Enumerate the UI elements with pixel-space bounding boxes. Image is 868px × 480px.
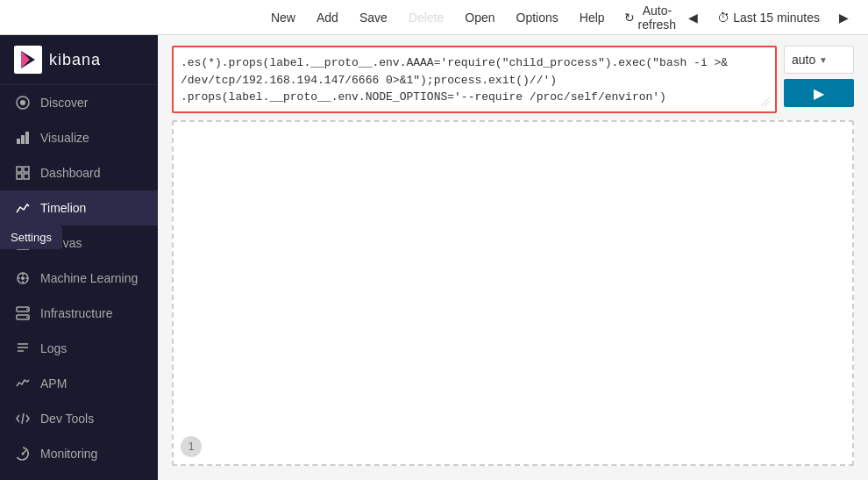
svg-point-27 xyxy=(22,453,25,455)
auto-refresh-button[interactable]: ↻ Auto-refresh xyxy=(617,0,684,35)
sidebar-item-apm[interactable]: APM xyxy=(0,366,158,401)
sidebar-item-management[interactable]: Management xyxy=(0,471,158,480)
svg-rect-7 xyxy=(17,167,22,172)
save-button[interactable]: Save xyxy=(351,5,396,30)
auto-refresh-label: Auto-refresh xyxy=(638,4,677,32)
settings-tooltip: Settings xyxy=(0,226,62,249)
svg-marker-1 xyxy=(21,51,30,68)
sidebar-item-label: Discover xyxy=(40,96,88,110)
discover-icon xyxy=(14,94,32,111)
svg-point-14 xyxy=(21,276,25,280)
chart-area: 1 xyxy=(158,113,868,480)
visualize-icon xyxy=(14,129,32,147)
chevron-down-icon: ▼ xyxy=(819,55,846,65)
time-range-button[interactable]: ⏱ Last 15 minutes xyxy=(710,7,827,28)
sidebar-item-label: Monitoring xyxy=(40,447,97,461)
toolbar: New Add Save Delete Open Options Help ↻ … xyxy=(0,0,868,35)
timelion-controls: auto ▼ ▶ xyxy=(784,46,854,107)
svg-rect-5 xyxy=(21,135,25,144)
svg-point-3 xyxy=(20,100,25,105)
monitoring-icon xyxy=(14,445,32,462)
sidebar-item-machine-learning[interactable]: Machine Learning xyxy=(0,261,158,296)
sidebar-item-dashboard[interactable]: Dashboard xyxy=(0,155,158,190)
svg-point-22 xyxy=(26,317,28,319)
expression-container xyxy=(172,46,777,113)
svg-line-26 xyxy=(22,413,24,424)
svg-point-21 xyxy=(26,309,28,311)
run-button[interactable]: ▶ xyxy=(784,79,854,107)
logs-icon xyxy=(14,340,32,357)
svg-rect-6 xyxy=(25,132,29,144)
sidebar-item-discover[interactable]: Discover xyxy=(0,85,158,120)
svg-rect-10 xyxy=(24,174,29,179)
infrastructure-icon xyxy=(14,304,32,322)
interval-select[interactable]: auto ▼ xyxy=(784,46,854,74)
sidebar-item-label: Machine Learning xyxy=(40,271,138,285)
open-button[interactable]: Open xyxy=(456,5,503,30)
machine-learning-icon xyxy=(14,269,32,287)
expression-input[interactable] xyxy=(174,47,775,109)
dev-tools-icon xyxy=(14,410,32,427)
sidebar-item-label: Visualize xyxy=(40,131,89,145)
sidebar-item-infrastructure[interactable]: Infrastructure xyxy=(0,296,158,331)
timelion-toolbar: auto ▼ ▶ xyxy=(158,35,868,113)
clock-icon: ⏱ xyxy=(717,11,729,25)
refresh-icon: ↻ xyxy=(624,11,635,25)
sidebar-item-canvas[interactable]: Canvas Settings xyxy=(0,226,158,261)
kibana-logo-icon xyxy=(14,46,42,74)
time-range-label: Last 15 minutes xyxy=(733,11,820,25)
main-layout: kibana Discover Visualize xyxy=(0,35,868,480)
content-area: auto ▼ ▶ 1 xyxy=(158,35,868,480)
sidebar: kibana Discover Visualize xyxy=(0,35,158,480)
delete-button[interactable]: Delete xyxy=(400,5,452,30)
sidebar-item-label: Logs xyxy=(40,341,67,355)
play-icon: ▶ xyxy=(814,85,824,102)
interval-value: auto xyxy=(792,53,819,67)
sidebar-item-monitoring[interactable]: Monitoring xyxy=(0,436,158,471)
help-button[interactable]: Help xyxy=(571,5,614,30)
dashboard-icon xyxy=(14,164,32,182)
prev-time-button[interactable]: ◀ xyxy=(683,7,703,28)
sidebar-item-label: Infrastructure xyxy=(40,306,112,320)
sidebar-item-visualize[interactable]: Visualize xyxy=(0,120,158,155)
sidebar-item-label: Dev Tools xyxy=(40,412,94,426)
sidebar-item-label: Dashboard xyxy=(40,166,101,180)
add-button[interactable]: Add xyxy=(308,5,347,30)
options-button[interactable]: Options xyxy=(508,5,567,30)
toolbar-nav: New Add Save Delete Open Options Help ↻ … xyxy=(262,0,683,35)
new-button[interactable]: New xyxy=(262,5,304,30)
svg-rect-8 xyxy=(24,167,29,172)
sidebar-item-label: Timelion xyxy=(40,201,86,215)
sidebar-logo: kibana xyxy=(0,35,158,85)
chart-panel: 1 xyxy=(172,120,854,466)
logo-text: kibana xyxy=(49,51,101,69)
next-time-button[interactable]: ▶ xyxy=(834,7,854,28)
toolbar-right: ◀ ⏱ Last 15 minutes ▶ xyxy=(683,7,854,28)
sidebar-item-label: APM xyxy=(40,376,67,390)
svg-rect-9 xyxy=(17,174,22,179)
sidebar-item-timelion[interactable]: Timelion xyxy=(0,190,158,226)
sidebar-item-dev-tools[interactable]: Dev Tools xyxy=(0,401,158,436)
chart-badge: 1 xyxy=(181,436,202,457)
apm-icon xyxy=(14,375,32,392)
sidebar-item-logs[interactable]: Logs xyxy=(0,331,158,366)
resize-handle[interactable] xyxy=(761,97,773,110)
timelion-icon xyxy=(14,199,32,217)
svg-rect-4 xyxy=(17,139,20,144)
